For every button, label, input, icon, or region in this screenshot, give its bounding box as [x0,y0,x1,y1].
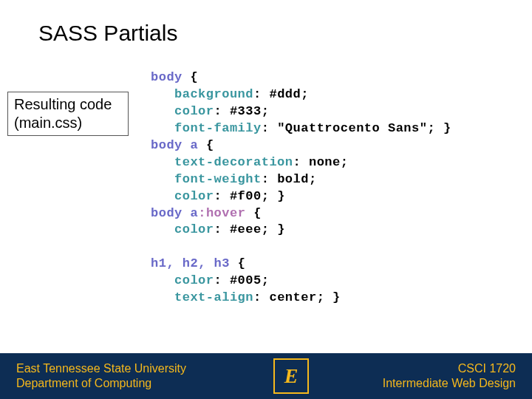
selector: body [151,70,183,84]
value: #f00 [230,189,262,203]
brace: { [253,206,262,220]
brace: } [277,222,285,236]
property: font-family [174,121,262,135]
university-logo: E [273,358,309,394]
annotation-line1: Resulting code [14,95,122,114]
property: color [174,222,214,236]
brace: { [206,138,214,152]
value: bold [277,172,309,186]
course-name: Intermediate Web Design [383,376,516,391]
selector: body a [151,138,198,152]
annotation-box: Resulting code (main.css) [7,92,129,136]
annotation-line2: (main.css) [14,114,122,132]
value: #005 [230,273,262,287]
code-block: body { background: #ddd; color: #333; fo… [151,69,451,307]
selector: h1, h2, h3 [151,256,230,270]
university-name: East Tennessee State University [16,361,186,376]
brace: { [191,70,199,84]
pseudo-class: :hover [198,206,245,220]
value: none [309,155,341,169]
property: color [174,189,214,203]
brace: } [443,121,451,135]
slide-title: SASS Partials [38,21,177,46]
property: text-align [174,290,253,304]
footer-bar: East Tennessee State University Departme… [0,353,532,399]
course-code: CSCI 1720 [383,361,516,376]
value: #eee [230,222,262,236]
footer-right: CSCI 1720 Intermediate Web Design [383,361,516,391]
selector: body a [151,206,198,220]
value: #333 [230,104,262,118]
value: "Quattrocento Sans" [277,121,427,135]
value: center [269,290,316,304]
property: font-weight [174,172,262,186]
department-name: Department of Computing [16,376,186,391]
brace: { [238,256,246,270]
value: #ddd [269,87,301,101]
property: background [174,87,253,101]
property: text-decoration [174,155,293,169]
property: color [174,273,214,287]
property: color [174,104,214,118]
footer-left: East Tennessee State University Departme… [16,361,186,391]
logo-letter: E [284,364,299,388]
brace: } [332,290,341,304]
brace: } [277,189,285,203]
